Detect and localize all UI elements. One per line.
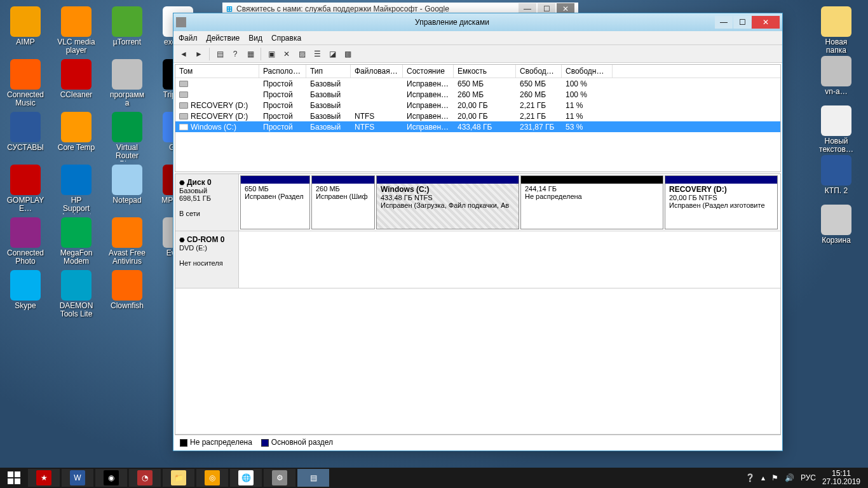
volume-row[interactable]: ПростойБазовыйИсправен…260 МБ260 МБ100 % [175,89,780,100]
tray-help-icon[interactable]: ❔ [745,473,755,482]
start-button[interactable] [3,469,25,487]
volume-row[interactable]: RECOVERY (D:)ПростойБазовыйИсправен…20,0… [175,100,780,111]
taskbar-app[interactable]: W [62,469,93,487]
volume-row[interactable]: RECOVERY (D:)ПростойБазовыйNTFSИсправен…… [175,111,780,121]
app-icon [10,6,41,37]
app-icon [176,17,186,27]
desktop-icon[interactable]: GOMPLAYE… [6,165,44,214]
desktop-icon[interactable]: программа [108,59,146,109]
icon-label: DAEMON Tools Lite [57,302,95,318]
taskbar-app[interactable]: ◔ [129,469,161,487]
partition[interactable]: RECOVERY (D:)20,00 ГБ NTFSИсправен (Разд… [665,175,778,229]
desktop-icon[interactable]: DAEMON Tools Lite [57,270,95,320]
toolbar-button[interactable]: ✕ [280,48,293,60]
desktop-icon[interactable]: µTorrent [108,6,146,56]
volume-list-header[interactable]: Том Располо… Тип Файловая с… Состояние Е… [175,65,780,78]
toolbar-button[interactable]: ▨ [295,48,308,60]
taskbar-app[interactable]: ◉ [95,469,127,487]
app-icon [821,105,851,136]
desktop-icon[interactable]: vn-a… [817,56,855,105]
menu-action[interactable]: Действие [207,34,240,43]
disk-header[interactable]: ⬣ Диск 0Базовый698,51 ГБВ сети [175,174,239,231]
icon-label: КТП. 2 [825,187,848,195]
icon-label: MegaFon Modem [57,249,95,266]
taskbar-app[interactable]: 📁 [163,469,194,487]
volume-row[interactable]: ПростойБазовыйИсправен…650 МБ650 МБ100 % [175,78,780,89]
toolbar-button[interactable]: ? [229,48,241,60]
taskbar[interactable]: ★W◉◔📁◎🌐⚙▤ ❔ ▴ ⚑ 🔊 РУС 15:11 27.10.2019 [0,468,868,488]
desktop-icon[interactable]: Core Temp [57,112,95,161]
desktop-icon[interactable]: Новая папка [817,6,855,56]
col-pct[interactable]: Свободно % [562,65,613,78]
col-layout[interactable]: Располо… [259,65,306,78]
tray-clock[interactable]: 15:11 27.10.2019 [822,470,860,486]
partition[interactable]: Windows (C:)433,48 ГБ NTFSИсправен (Загр… [376,175,519,229]
partition[interactable]: 260 МБИсправен (Шиф [311,175,375,229]
desktop-icon[interactable]: Connected Photo [6,217,44,267]
svg-rect-3 [15,478,20,484]
desktop-icon[interactable]: КТП. 2 [817,155,855,205]
menu-help[interactable]: Справка [271,34,301,43]
desktop-icon[interactable]: Connected Music [6,59,44,109]
icon-label: Virtual Router Plus [108,144,146,161]
desktop-icon[interactable]: Корзина [817,205,855,254]
titlebar[interactable]: Управление дисками — ☐ ✕ [173,13,782,31]
desktop-icon[interactable]: Notepad [108,165,146,214]
toolbar-button[interactable]: ▩ [341,48,354,60]
desktop-icon[interactable]: Новый текстов… [817,105,855,155]
toolbar-button[interactable]: ◄ [177,48,190,60]
taskbar-app[interactable]: 🌐 [230,469,262,487]
tray-date: 27.10.2019 [822,478,860,486]
desktop-icon[interactable]: HP Support Assistant [57,165,95,214]
disk-header[interactable]: ⬣ CD-ROM 0DVD (E:)Нет носителя [175,231,239,288]
icon-label: AIMP [16,38,34,46]
taskbar-app[interactable]: ▤ [297,469,329,487]
toolbar-button[interactable]: ▤ [214,48,226,60]
toolbar-button[interactable]: ☰ [311,48,323,60]
desktop-icon[interactable]: MegaFon Modem [57,217,95,267]
tray-volume-icon[interactable]: 🔊 [785,473,794,482]
taskbar-items: ★W◉◔📁◎🌐⚙▤ [28,469,329,487]
desktop-icon[interactable]: Clownfish [108,270,146,320]
desktop-icon[interactable]: Skype [6,270,44,320]
menu-view[interactable]: Вид [248,34,262,43]
partition[interactable]: 244,14 ГБНе распределена [520,175,663,229]
graphical-view[interactable]: ⬣ Диск 0Базовый698,51 ГБВ сети650 МБИспр… [175,173,781,435]
svg-rect-0 [8,471,13,477]
taskbar-app[interactable]: ⚙ [264,469,295,487]
desktop-icon[interactable]: VLC media player [57,6,95,56]
col-volume[interactable]: Том [175,65,259,78]
desktop-icon[interactable]: AIMP [6,6,44,56]
desktop-icon[interactable]: Virtual Router Plus [108,112,146,161]
taskbar-app[interactable]: ◎ [196,469,228,487]
system-tray[interactable]: ❔ ▴ ⚑ 🔊 РУС 15:11 27.10.2019 [745,470,865,486]
app-icon [112,112,142,142]
volume-row[interactable]: Windows (C:)ПростойБазовыйNTFSИсправен…4… [175,121,780,132]
tray-flag-icon[interactable]: ⚑ [771,473,778,482]
col-type[interactable]: Тип [306,65,351,78]
toolbar-button[interactable]: ▣ [265,48,278,60]
toolbar-button[interactable]: ▦ [244,48,257,60]
desktop-icons-left: AIMPVLC media playerµTorrentexcep…Connec… [6,6,197,320]
toolbar-button[interactable]: ◪ [326,48,339,60]
menu-file[interactable]: Файл [179,34,198,43]
desktop-icon[interactable]: CCleaner [57,59,95,109]
maximize-button[interactable]: ☐ [733,16,751,29]
app-icon [10,112,41,142]
partition[interactable]: 650 МБИсправен (Раздел [240,175,310,229]
col-status[interactable]: Состояние [403,65,454,78]
volume-list[interactable]: Том Располо… Тип Файловая с… Состояние Е… [175,64,781,172]
close-button[interactable]: ✕ [752,16,780,29]
col-capacity[interactable]: Емкость [454,65,516,78]
icon-label: Новый текстов… [817,137,855,154]
taskbar-app[interactable]: ★ [28,469,60,487]
tray-language[interactable]: РУС [801,473,816,482]
toolbar-button[interactable]: ► [193,48,205,60]
minimize-button[interactable]: — [715,16,733,29]
col-free[interactable]: Свобод… [516,65,562,78]
desktop-icon[interactable]: СУСТАВЫ [6,112,44,161]
desktop-icon[interactable]: Avast Free Antivirus [108,217,146,267]
tray-chevron-icon[interactable]: ▴ [761,473,765,482]
col-filesystem[interactable]: Файловая с… [351,65,403,78]
ms-logo-icon: ⊞ [226,4,233,13]
